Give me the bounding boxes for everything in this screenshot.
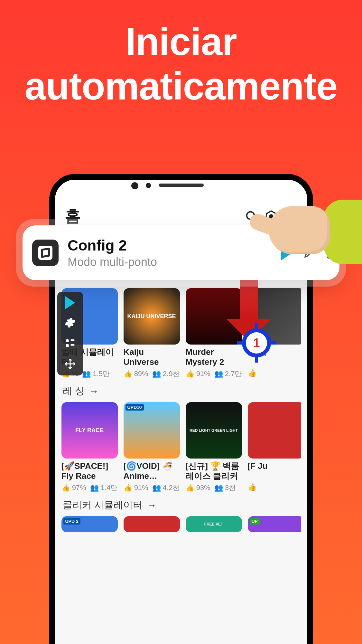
- arrow-right-icon[interactable]: →: [147, 500, 157, 511]
- hero-title: Iniciar automaticamente: [0, 0, 362, 108]
- config-subtitle: Modo multi-ponto: [68, 255, 272, 269]
- section-header[interactable]: 클리커 시뮬레이터 →: [63, 498, 301, 512]
- list-icon[interactable]: [64, 337, 76, 350]
- game-card[interactable]: UPD 2: [61, 516, 118, 532]
- arrow-right-icon[interactable]: →: [89, 386, 99, 397]
- game-thumbnail[interactable]: UP: [248, 516, 301, 532]
- game-row[interactable]: FLY RACE [🚀SPACE!] Fly Race 👍 97% 👥 1.4만…: [61, 402, 301, 493]
- game-card[interactable]: UP: [248, 516, 301, 532]
- target-number: 1: [253, 336, 260, 350]
- game-row[interactable]: UPD 2 FREE PET UP: [61, 516, 301, 532]
- game-card[interactable]: RED LIGHT GREEN LIGHT [신규] 🏆 백룸 레이스 클리커 …: [186, 402, 242, 493]
- game-stats: 👍 91% 👥 4.2천: [124, 483, 180, 493]
- game-stats: 👍 89% 👥 2.9천: [124, 369, 180, 379]
- section-header[interactable]: 레 싱 →: [63, 384, 301, 398]
- svg-rect-5: [66, 344, 69, 347]
- game-thumbnail[interactable]: KAIJU UNIVERSE: [124, 288, 180, 345]
- phone-camera-icon: [131, 182, 138, 189]
- game-title: Murder Mystery 2: [186, 347, 242, 367]
- game-title: [F Ju: [248, 461, 301, 481]
- game-thumbnail[interactable]: FLY RACE: [61, 402, 118, 459]
- game-title: Kaiju Universe: [124, 347, 180, 367]
- floating-toolbar[interactable]: [57, 292, 83, 375]
- pointing-hand-icon: [259, 187, 362, 277]
- game-card[interactable]: KAIJU UNIVERSE Kaiju Universe 👍 89% 👥 2.…: [124, 288, 180, 379]
- game-stats: 👍 91% 👥 2.7만: [186, 369, 242, 379]
- game-thumbnail[interactable]: UPD10: [124, 402, 180, 459]
- game-card[interactable]: [F Ju 👍: [248, 402, 301, 493]
- game-card[interactable]: FREE PET: [186, 516, 242, 532]
- game-thumbnail[interactable]: [248, 402, 301, 459]
- svg-rect-7: [71, 344, 75, 346]
- play-icon[interactable]: [65, 296, 75, 309]
- phone-camera-icon: [146, 183, 151, 188]
- game-card[interactable]: FLY RACE [🚀SPACE!] Fly Race 👍 97% 👥 1.4만: [61, 402, 118, 493]
- config-title: Config 2: [68, 237, 272, 254]
- game-card[interactable]: UPD10 [🌀VOID] 🍜 Anime… 👍 91% 👥 4.2천: [124, 402, 180, 493]
- game-title: [🌀VOID] 🍜 Anime…: [124, 461, 180, 481]
- game-thumbnail[interactable]: UPD 2: [61, 516, 118, 532]
- game-thumbnail[interactable]: RED LIGHT GREEN LIGHT: [186, 402, 242, 459]
- game-stats: 👍: [248, 369, 301, 377]
- move-icon[interactable]: [64, 358, 76, 371]
- svg-rect-6: [71, 339, 75, 341]
- app-icon: [32, 240, 59, 266]
- target-marker[interactable]: 1: [239, 325, 274, 361]
- game-stats: 👍 97% 👥 1.4만: [61, 483, 118, 493]
- game-title: [🚀SPACE!] Fly Race: [61, 461, 118, 481]
- game-thumbnail[interactable]: FREE PET: [186, 516, 242, 532]
- section-label: 레 싱: [63, 384, 85, 398]
- game-card[interactable]: [124, 516, 180, 532]
- section-label: 클리커 시뮬레이터: [63, 498, 143, 512]
- gear-icon[interactable]: [64, 317, 76, 330]
- phone-speaker: [159, 184, 204, 187]
- game-title: [신규] 🏆 백룸 레이스 클리커: [186, 461, 242, 481]
- svg-rect-4: [66, 339, 69, 342]
- game-thumbnail[interactable]: [124, 516, 180, 532]
- game-stats: 👍 93% 👥 3천: [186, 483, 242, 493]
- game-stats: 👍: [248, 483, 301, 491]
